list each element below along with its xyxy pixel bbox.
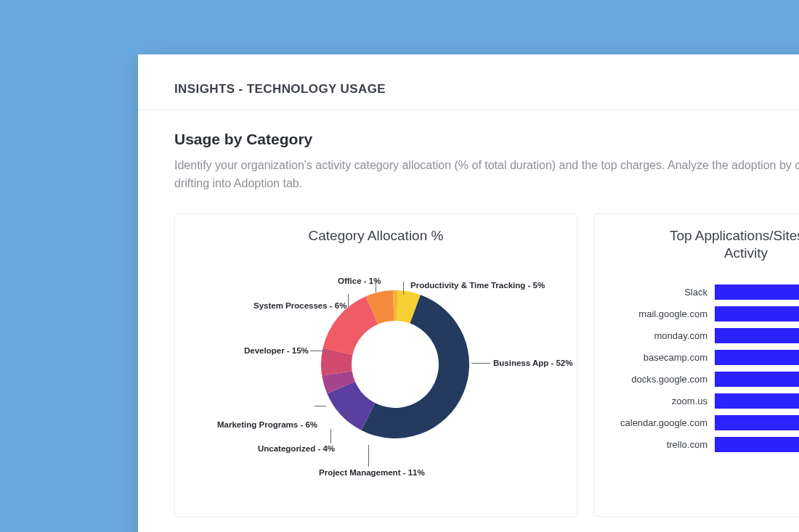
- leader-line: [348, 294, 349, 307]
- bar-fill: [715, 306, 799, 322]
- bar-label: trello.com: [607, 439, 715, 450]
- bar-fill: [715, 328, 799, 343]
- bar-label: docks.google.com: [607, 374, 715, 385]
- bar-track: [715, 415, 799, 430]
- bar-row[interactable]: docks.google.com: [607, 369, 799, 390]
- bar-track: [715, 350, 799, 365]
- bar-label: Slack: [607, 287, 715, 298]
- section-usage-by-category: Usage by Category Identify your organiza…: [138, 110, 799, 200]
- slice-label-office: Office - 1%: [338, 277, 381, 285]
- slice-label-uncategorized: Uncategorized - 4%: [258, 444, 335, 453]
- bar-chart[interactable]: Slackmail.google.commonday.combasecamp.c…: [607, 282, 799, 456]
- bar-label: calendar.google.com: [607, 417, 715, 428]
- bar-track: [715, 306, 799, 322]
- bar-fill: [715, 393, 799, 409]
- bar-row[interactable]: basecamp.com: [607, 347, 799, 369]
- cards-row: Category Allocation % Business App - 52%…: [138, 200, 799, 517]
- leader-line: [315, 406, 326, 406]
- slice-label-project-management: Project Management - 11%: [319, 468, 425, 477]
- bar-fill: [715, 285, 799, 300]
- bar-row[interactable]: trello.com: [607, 434, 799, 456]
- slice-label-system-processes: System Processes - 6%: [254, 301, 347, 310]
- bar-label: zoom.us: [607, 396, 715, 406]
- slice-label-marketing-programs: Marketing Programs - 6%: [217, 420, 317, 429]
- bar-label: monday.com: [607, 330, 715, 341]
- bar-track: [715, 437, 799, 452]
- section-description: Identify your organization's activity ca…: [174, 157, 799, 193]
- slice-label-developer: Developer - 15%: [244, 346, 309, 355]
- bar-row[interactable]: zoom.us: [607, 390, 799, 412]
- bar-track: [715, 372, 799, 387]
- bar-row[interactable]: monday.com: [607, 325, 799, 347]
- card-category-allocation: Category Allocation % Business App - 52%…: [174, 213, 577, 517]
- leader-line: [310, 351, 325, 351]
- leader-line: [330, 429, 331, 443]
- panel-header: INSIGHTS - TECHNOLOGY USAGE: [138, 54, 799, 110]
- leader-line: [368, 445, 369, 467]
- slice-label-business-app: Business App - 52%: [493, 359, 573, 367]
- bar-fill: [715, 372, 799, 387]
- bar-label: mail.google.com: [607, 308, 715, 319]
- card-title: Category Allocation %: [188, 227, 564, 245]
- dashboard-panel: INSIGHTS - TECHNOLOGY USAGE Usage by Cat…: [138, 54, 799, 532]
- bar-row[interactable]: calendar.google.com: [607, 412, 799, 434]
- bar-fill: [715, 350, 799, 365]
- bar-track: [715, 393, 799, 409]
- leader-line: [403, 282, 404, 295]
- card-title-line2: Activity: [724, 245, 768, 261]
- page-title: INSIGHTS - TECHNOLOGY USAGE: [174, 82, 799, 97]
- bar-label: basecamp.com: [607, 352, 715, 363]
- card-title: Top Applications/Sites by Activity: [607, 227, 799, 263]
- bar-row[interactable]: Slack: [607, 282, 799, 303]
- bar-fill: [715, 415, 799, 430]
- slice-label-productivity-time: Productivity & Time Tracking - 5%: [410, 281, 545, 290]
- donut-chart[interactable]: Business App - 52% Project Management - …: [188, 249, 564, 496]
- section-title: Usage by Category: [174, 131, 799, 148]
- card-top-applications: Top Applications/Sites by Activity Slack…: [593, 213, 799, 517]
- donut-ring: [319, 288, 471, 441]
- card-title-line1: Top Applications/Sites by: [670, 228, 799, 243]
- bar-track: [715, 328, 799, 343]
- bar-track: [715, 285, 799, 300]
- bar-fill: [715, 437, 799, 452]
- bar-row[interactable]: mail.google.com: [607, 303, 799, 325]
- leader-line: [471, 363, 490, 364]
